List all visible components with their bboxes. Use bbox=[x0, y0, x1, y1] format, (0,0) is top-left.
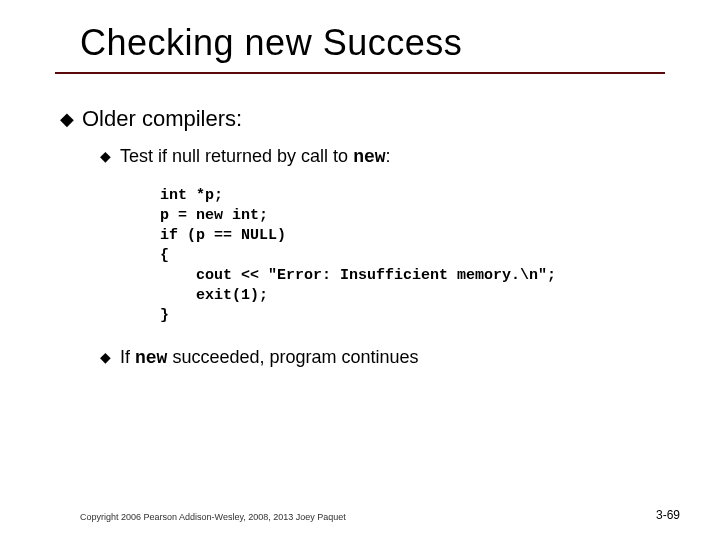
content-area: ◆ Older compilers: ◆ Test if null return… bbox=[60, 105, 680, 377]
footer-page-number: 3-69 bbox=[656, 508, 680, 522]
slide-title: Checking new Success bbox=[80, 22, 462, 64]
keyword-new: new bbox=[135, 348, 167, 368]
sub-bullet-1-text: Test if null returned by call to new: bbox=[120, 145, 391, 168]
bullet-1: ◆ Older compilers: bbox=[60, 105, 680, 133]
sub-bullet-2: ◆ If new succeeded, program continues bbox=[100, 346, 680, 369]
sub-bullet-1: ◆ Test if null returned by call to new: bbox=[100, 145, 680, 168]
sub-bullet-1-suffix: : bbox=[386, 146, 391, 166]
bullet-1-text: Older compilers: bbox=[82, 105, 242, 133]
sub-bullet-2-prefix: If bbox=[120, 347, 135, 367]
diamond-bullet-icon: ◆ bbox=[100, 346, 120, 368]
bullet-1-subgroup: ◆ Test if null returned by call to new: … bbox=[100, 145, 680, 369]
sub-bullet-2-text: If new succeeded, program continues bbox=[120, 346, 419, 369]
sub-bullet-1-prefix: Test if null returned by call to bbox=[120, 146, 353, 166]
diamond-bullet-icon: ◆ bbox=[60, 105, 82, 133]
keyword-new: new bbox=[353, 147, 385, 167]
title-underline bbox=[55, 72, 665, 74]
sub-bullet-2-suffix: succeeded, program continues bbox=[167, 347, 418, 367]
diamond-bullet-icon: ◆ bbox=[100, 145, 120, 167]
footer-copyright: Copyright 2006 Pearson Addison-Wesley, 2… bbox=[80, 512, 346, 522]
code-block: int *p; p = new int; if (p == NULL) { co… bbox=[160, 186, 680, 326]
slide: Checking new Success ◆ Older compilers: … bbox=[0, 0, 720, 540]
